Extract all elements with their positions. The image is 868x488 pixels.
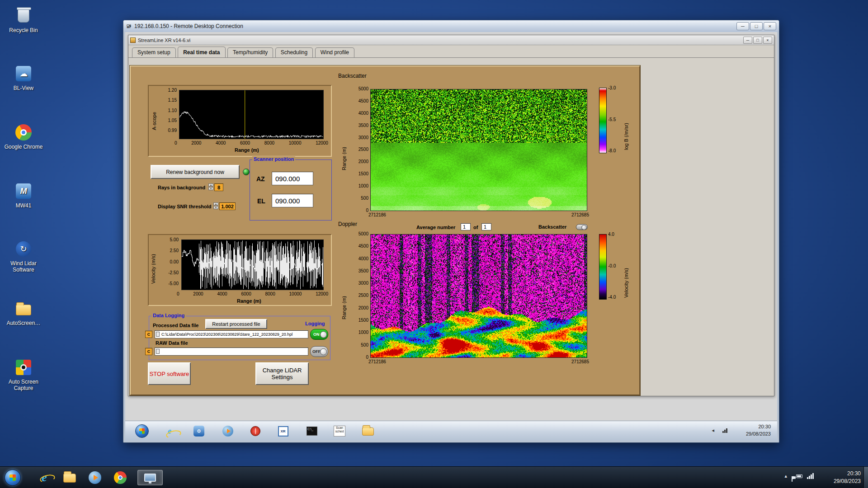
az-field[interactable]: 090.000 xyxy=(272,172,313,185)
network-icon[interactable] xyxy=(807,473,814,479)
taskbar-clock[interactable]: 20:30 29/08/2023 xyxy=(834,470,861,485)
raw-drive-box[interactable]: C xyxy=(145,348,152,355)
average-total-field[interactable]: 1 xyxy=(481,223,491,230)
desktop-icon-auto-screen-capture[interactable]: Auto Screen Capture xyxy=(3,358,44,391)
renew-background-button[interactable]: Renew background now xyxy=(151,165,240,179)
remote-taskbar-icon-power-off[interactable]: ⏐ xyxy=(250,425,261,437)
el-field[interactable]: 090.000 xyxy=(272,194,313,207)
desktop-icon-bl-view[interactable]: ☁ BL-View xyxy=(3,64,44,91)
taskbar-icon-chrome[interactable] xyxy=(111,470,129,485)
remote-date: 29/08/2023 xyxy=(746,430,771,437)
backscatter-x-left: 2712186 xyxy=(368,212,386,217)
rays-value-field[interactable]: 8 xyxy=(214,183,223,191)
remote-clock[interactable]: 20:30 29/08/2023 xyxy=(746,423,771,437)
taskbar-icon-ie[interactable]: e xyxy=(35,470,53,485)
backscatter-display-toggle[interactable] xyxy=(576,224,588,230)
remote-taskbar-icon-control-panel[interactable]: ⚙ xyxy=(193,425,205,437)
taskbar-date: 29/08/2023 xyxy=(834,478,861,485)
taskbar-icon-explorer[interactable] xyxy=(61,470,79,485)
remote-hidden-icons-chevron[interactable]: ◂ xyxy=(712,427,714,433)
snr-value-field[interactable]: 1.002 xyxy=(219,202,236,210)
app-close-button[interactable]: × xyxy=(763,37,772,44)
autoscreen-folder-icon xyxy=(13,299,34,318)
tab-scheduling[interactable]: Scheduling xyxy=(275,47,313,57)
processed-data-file-label: Processed Data file xyxy=(153,323,199,328)
desktop-icon-label: Google Chrome xyxy=(3,144,44,150)
backscatter-colorbar-label: log B (/m/sr) xyxy=(623,91,629,150)
restart-processed-file-button[interactable]: Restart processed file xyxy=(205,319,267,329)
remote-taskbar-icon-media[interactable] xyxy=(222,425,234,437)
remote-network-icon[interactable] xyxy=(722,428,727,433)
rdp-titlebar[interactable]: 🖳 192.168.0.150 - Remote Desktop Connect… xyxy=(123,20,779,32)
az-label: AZ xyxy=(256,175,265,183)
processed-path-field[interactable]: C:\Lidar\Data\Proc\2023\202308\20230829\… xyxy=(155,330,308,338)
desktop-icon-autoscreen[interactable]: AutoScreen… xyxy=(3,299,44,326)
wind-lidar-icon: ↻ xyxy=(13,239,34,258)
doppler-heatmap[interactable] xyxy=(370,234,587,358)
tab-system-setup[interactable]: System setup xyxy=(132,47,176,57)
rdp-minimize-button[interactable]: ─ xyxy=(736,22,749,30)
raw-logging-toggle-off[interactable]: OFF xyxy=(310,346,328,357)
desktop-icon-mw41[interactable]: M MW41 xyxy=(3,182,44,209)
processed-logging-toggle-on[interactable]: ON xyxy=(310,329,328,340)
taskbar-time: 20:30 xyxy=(834,470,861,478)
remote-taskbar-icon-console[interactable]: C:\_ xyxy=(306,425,318,437)
snr-spinner[interactable]: ▲▼ xyxy=(213,202,218,209)
tab-wind-profile[interactable]: Wind profile xyxy=(315,47,354,57)
recycle-bin-icon xyxy=(13,6,34,25)
backscatter-ylabel: Range (m) xyxy=(341,130,347,170)
show-desktop-button[interactable] xyxy=(863,467,868,488)
remote-taskbar-icon-scan-scheduler[interactable]: Scan sched xyxy=(334,425,345,437)
backscatter-heatmap[interactable] xyxy=(370,89,587,211)
taskbar-icon-rdp-active[interactable] xyxy=(137,470,163,485)
tab-real-time-data[interactable]: Real time data xyxy=(178,47,225,57)
scanner-position-box: Scanner position AZ 090.000 EL 090.000 xyxy=(250,160,332,221)
tab-temp-humidity[interactable]: Temp/humidity xyxy=(227,47,273,57)
desktop-icon-recycle-bin[interactable]: Recycle Bin xyxy=(3,6,44,33)
rdp-maximize-button[interactable]: □ xyxy=(750,22,763,30)
rays-in-background-label: Rays in background xyxy=(158,185,205,190)
doppler-colorbar-label: Velocity (m/s) xyxy=(623,239,629,298)
remote-taskbar-icon-ie[interactable]: e xyxy=(164,425,175,437)
ascope-xlabel: Range (m) xyxy=(235,147,259,153)
scanner-position-title: Scanner position xyxy=(252,156,295,162)
system-tray: ▴ xyxy=(784,473,818,479)
hidden-icons-chevron[interactable]: ▴ xyxy=(784,473,787,479)
battery-icon[interactable] xyxy=(796,474,802,478)
background-led xyxy=(243,169,250,175)
stop-software-button[interactable]: STOP software xyxy=(148,362,191,385)
el-label: EL xyxy=(257,197,265,205)
taskbar-icon-media-player[interactable] xyxy=(86,470,104,485)
app-minimize-button[interactable]: ─ xyxy=(743,37,752,44)
velocity-xticks: 020004000600080001000012000 xyxy=(177,291,328,296)
app-title: StreamLine XR v14-6.vi xyxy=(138,38,190,43)
backscatter-title: Backscatter xyxy=(338,73,367,79)
remote-time: 20:30 xyxy=(746,423,771,430)
app-restore-button[interactable]: □ xyxy=(753,37,762,44)
ascope-plot[interactable] xyxy=(179,90,324,139)
change-lidar-settings-button[interactable]: Change LiDAR Settings xyxy=(255,362,309,385)
rays-spinner[interactable]: ▲▼ xyxy=(208,183,213,190)
app-titlebar[interactable]: StreamLine XR v14-6.vi ─ □ × xyxy=(128,35,774,45)
ascope-yticks: 1.201.151.101.050.99 xyxy=(160,88,177,133)
lidar-panel: A-scope 1.201.151.101.050.99 02000400060… xyxy=(130,66,640,395)
average-number-field[interactable]: 1 xyxy=(461,223,471,230)
desktop-icon-label: Wind Lidar Software xyxy=(3,260,44,273)
rdp-close-button[interactable]: × xyxy=(764,22,776,30)
file-page-icon xyxy=(156,332,160,337)
raw-path-field[interactable] xyxy=(155,347,308,356)
ascope-ylabel: A-scope xyxy=(151,99,157,130)
velocity-graph-frame: Velocity (m/s) 5.002.500.00-2.50-5.00 02… xyxy=(148,234,332,306)
processed-drive-box[interactable]: C xyxy=(145,331,152,338)
remote-start-button[interactable] xyxy=(135,424,149,438)
desktop-icon-google-chrome[interactable]: Google Chrome xyxy=(3,123,44,150)
app-window: StreamLine XR v14-6.vi ─ □ × System setu… xyxy=(128,35,774,396)
velocity-plot[interactable] xyxy=(181,239,324,290)
remote-taskbar-icon-xr-vi[interactable]: XR xyxy=(277,425,289,437)
doppler-colorbar-ticks: 4.0-0.0-4.0 xyxy=(608,232,621,300)
desktop-icon-label: Recycle Bin xyxy=(3,27,44,33)
desktop-icon-wind-lidar[interactable]: ↻ Wind Lidar Software xyxy=(3,239,44,273)
remote-taskbar-icon-explorer[interactable] xyxy=(362,425,374,437)
start-button[interactable] xyxy=(5,469,21,486)
backscatter-colorbar xyxy=(599,88,607,153)
